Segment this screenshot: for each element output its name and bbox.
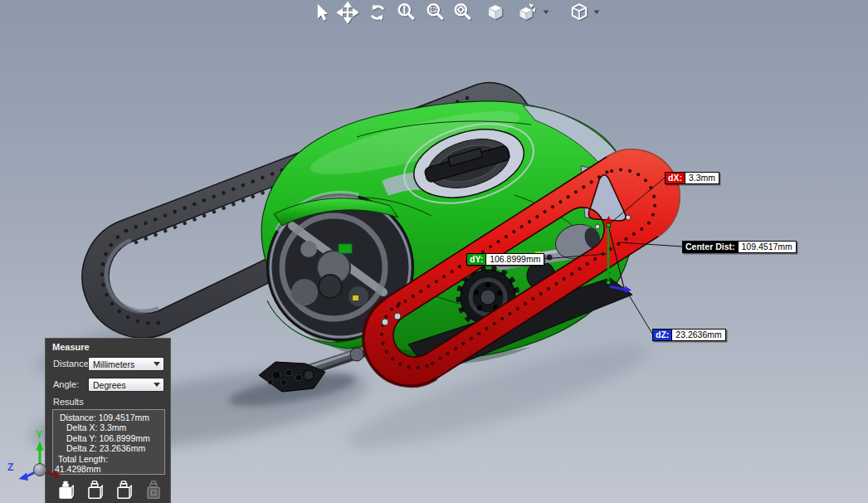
callout-dy[interactable]: dY: 106.8999mm	[466, 253, 544, 266]
view-orientation-icon	[516, 2, 538, 23]
triad-z-axis-arrow	[19, 473, 29, 481]
rotate-view-button[interactable]	[367, 2, 388, 23]
yellow-marker	[353, 295, 358, 300]
distance-units-row: Distance: Millimeters	[46, 357, 170, 372]
view-orientation-button[interactable]	[516, 2, 538, 23]
pan-tool-button[interactable]	[337, 2, 358, 23]
frame-screw	[394, 313, 401, 320]
zoom-to-area-icon	[425, 2, 446, 23]
dz-label: dZ:	[653, 330, 672, 340]
center-distance-label: Center Dist:	[683, 242, 739, 252]
chevron-down-icon	[154, 362, 160, 366]
triad-x-axis-arrow	[53, 471, 61, 479]
zoom-to-area-button[interactable]	[425, 2, 446, 23]
weight-icon	[85, 480, 105, 501]
dx-label: dX:	[666, 173, 685, 183]
distance-units-dropdown[interactable]: Millimeters	[88, 357, 164, 371]
angle-units-value: Degrees	[89, 380, 126, 390]
zoom-in-out-icon	[396, 2, 417, 23]
callout-center-distance[interactable]: Center Dist: 109.4517mm	[682, 241, 797, 253]
dx-value: 3.3mm	[685, 173, 719, 183]
chevron-down-icon	[154, 383, 160, 387]
weight-icon-button-2[interactable]	[85, 480, 105, 501]
triad-origin-sphere	[34, 464, 46, 476]
dy-value: 106.8999mm	[486, 254, 544, 265]
callout-dz[interactable]: dZ: 23.2636mm	[652, 329, 726, 341]
angle-units-row: Angle: Degrees	[46, 378, 170, 393]
pan-icon	[337, 2, 358, 23]
distance-units-value: Millimeters	[89, 359, 134, 369]
cad-viewport: dX: 3.3mm Center Dist: 109.4517mm dZ: 23…	[0, 0, 868, 503]
distance-label: Distance:	[53, 359, 91, 369]
measure-dialog-title: Measure	[46, 339, 170, 354]
triad-y-label: Y	[36, 429, 42, 441]
display-style-dropdown-caret[interactable]	[592, 9, 601, 16]
frame-screw	[595, 224, 600, 229]
triad-y-axis-arrow	[37, 442, 44, 451]
angle-units-dropdown[interactable]: Degrees	[88, 378, 164, 392]
rotate-icon	[367, 2, 388, 23]
display-style-cube-icon	[568, 2, 590, 23]
results-label: Results	[53, 397, 84, 407]
triad-z-label: Z	[7, 461, 13, 473]
callout-dx[interactable]: dX: 3.3mm	[665, 172, 719, 184]
dy-label: dY:	[467, 254, 486, 265]
weight-icon	[114, 480, 134, 501]
angle-label: Angle:	[53, 379, 79, 389]
dz-value: 23.2636mm	[672, 330, 724, 340]
zoom-in-out-button[interactable]	[396, 2, 417, 23]
weight-icon-disabled	[144, 480, 163, 501]
frame-screw	[382, 319, 388, 325]
zoom-to-fit-icon	[452, 2, 474, 23]
select-tool-button[interactable]	[309, 2, 330, 23]
weight-icon-button-3[interactable]	[114, 480, 134, 501]
center-distance-value: 109.4517mm	[739, 242, 796, 252]
view-toolbar	[0, 0, 868, 27]
shaded-cube-icon	[485, 2, 506, 23]
shaded-view-button[interactable]	[485, 2, 506, 23]
orientation-triad: Y Z	[0, 427, 83, 503]
weight-icon-button-4-disabled	[144, 480, 163, 501]
frame-screw	[626, 215, 631, 220]
display-style-button[interactable]	[568, 2, 590, 23]
zoom-to-fit-button[interactable]	[452, 2, 474, 23]
select-arrow-icon	[318, 4, 328, 21]
view-orientation-dropdown-caret[interactable]	[542, 9, 550, 16]
result-distance: Distance: 109.4517mm	[53, 413, 164, 422]
